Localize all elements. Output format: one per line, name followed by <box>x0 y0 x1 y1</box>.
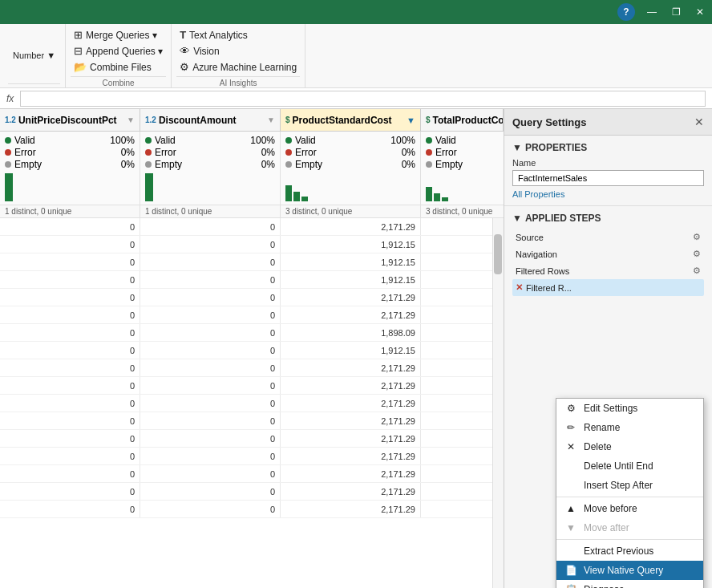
cell-col3: 2,171.29 <box>281 430 421 447</box>
col4-name: TotalProductCost <box>433 115 504 126</box>
cell-col1: 0 <box>0 430 140 447</box>
col1-sort-icon[interactable]: ▼ <box>127 116 135 124</box>
close-button[interactable]: ✕ <box>688 0 712 24</box>
vertical-scrollbar[interactable] <box>492 218 504 588</box>
cell-col2: 0 <box>140 218 281 235</box>
formula-bar: fx <box>0 88 712 109</box>
col3-filter-icon[interactable]: ▼ <box>407 116 415 125</box>
step-navigation[interactable]: Navigation ⚙ <box>512 245 704 262</box>
combine-files-button[interactable]: 📂 Combine Files <box>71 59 166 75</box>
col1-type-icon: 1.2 <box>5 116 16 124</box>
applied-steps-collapse-icon[interactable]: ▼ <box>512 213 522 224</box>
formula-fx: fx <box>6 93 14 104</box>
ctx-separator-2 <box>556 539 703 540</box>
delete-until-end-label: Delete Until End <box>584 460 653 472</box>
ctx-insert-step-after[interactable]: Insert Step After <box>556 476 703 495</box>
table-row: 0 0 1,912.15 <box>0 271 504 289</box>
cell-col1: 0 <box>0 271 140 288</box>
cell-col2: 0 <box>140 412 281 429</box>
number-button[interactable]: Number ▼ <box>8 48 60 63</box>
cell-col1: 0 <box>0 218 140 235</box>
ctx-rename[interactable]: ✏ Rename <box>556 418 703 437</box>
applied-steps-header: ▼ APPLIED STEPS <box>512 213 704 224</box>
cell-col4 <box>421 412 504 429</box>
col-header-3[interactable]: $ ProductStandardCost ▼ <box>281 109 421 131</box>
step-navigation-gear-icon[interactable]: ⚙ <box>693 249 701 259</box>
query-settings-header: Query Settings ✕ <box>504 109 712 136</box>
step-filtered-rows-2[interactable]: ✕ Filtered R... <box>512 279 704 296</box>
cell-col1: 0 <box>0 253 140 270</box>
all-properties-link[interactable]: All Properties <box>512 189 704 199</box>
formula-input[interactable] <box>20 91 706 107</box>
col2-stats: Valid 100% Error 0% Empty 0% <box>140 132 281 205</box>
column-headers: 1.2 UnitPriceDiscountPct ▼ 1.2 DiscountA… <box>0 109 504 132</box>
cell-col1: 0 <box>0 501 140 517</box>
cell-col3: 2,171.29 <box>281 395 421 412</box>
col1-error-pct: 0% <box>121 147 135 158</box>
cell-col4 <box>421 430 504 447</box>
azure-ml-button[interactable]: ⚙ Azure Machine Learning <box>176 59 300 75</box>
table-row: 0 0 2,171.29 <box>0 465 504 483</box>
cell-col3: 2,171.29 <box>281 359 421 376</box>
cell-col3: 1,898.09 <box>281 324 421 341</box>
cell-col4 <box>421 306 504 323</box>
properties-name-input[interactable] <box>512 170 704 186</box>
cell-col2: 0 <box>140 324 281 341</box>
ctx-extract-previous[interactable]: Extract Previous <box>556 541 703 561</box>
step-filtered-rows-gear-icon[interactable]: ⚙ <box>693 266 701 276</box>
cell-col3: 1,912.15 <box>281 271 421 288</box>
col3-error-label: Error <box>295 147 317 158</box>
ctx-move-after: ▼ Move after <box>556 518 703 537</box>
table-row: 0 0 2,171.29 <box>0 483 504 501</box>
col2-sort-icon[interactable]: ▼ <box>267 116 275 124</box>
ctx-edit-settings[interactable]: ⚙ Edit Settings <box>556 399 703 418</box>
edit-settings-icon: ⚙ <box>564 403 577 414</box>
ctx-delete[interactable]: ✕ Delete <box>556 437 703 456</box>
col2-empty-pct: 0% <box>261 159 275 170</box>
col3-empty-pct: 0% <box>402 159 415 170</box>
help-button[interactable]: ? <box>617 3 635 21</box>
col-header-1[interactable]: 1.2 UnitPriceDiscountPct ▼ <box>0 109 140 131</box>
cell-col4 <box>421 324 504 341</box>
query-settings-close-icon[interactable]: ✕ <box>694 116 704 128</box>
vision-button[interactable]: 👁 Vision <box>176 43 300 59</box>
properties-label: PROPERTIES <box>525 142 587 153</box>
move-before-icon: ▲ <box>564 503 577 514</box>
text-analytics-button[interactable]: T Text Analytics <box>176 27 300 43</box>
scroll-thumb[interactable] <box>494 234 502 274</box>
table-row: 0 0 2,171.29 <box>0 377 504 395</box>
properties-header: ▼ PROPERTIES <box>512 142 704 153</box>
maximize-button[interactable]: ❐ <box>664 0 688 24</box>
ctx-move-before[interactable]: ▲ Move before <box>556 499 703 518</box>
cell-col1: 0 <box>0 395 140 412</box>
ctx-delete-until-end[interactable]: Delete Until End <box>556 456 703 476</box>
step-source[interactable]: Source ⚙ <box>512 229 704 245</box>
table-row: 0 0 2,171.29 <box>0 430 504 448</box>
cell-col1: 0 <box>0 324 140 341</box>
cell-col1: 0 <box>0 359 140 376</box>
cell-col4 <box>421 342 504 359</box>
cell-col1: 0 <box>0 465 140 482</box>
col1-valid-pct: 100% <box>110 135 135 146</box>
step-filtered-rows[interactable]: Filtered Rows ⚙ <box>512 262 704 279</box>
table-row: 0 0 2,171.29 <box>0 395 504 412</box>
minimize-button[interactable]: — <box>640 0 664 24</box>
insert-step-after-label: Insert Step After <box>584 480 653 491</box>
col-header-4[interactable]: $ TotalProductCost <box>421 109 504 131</box>
step-source-gear-icon[interactable]: ⚙ <box>693 232 701 242</box>
properties-collapse-icon[interactable]: ▼ <box>512 142 522 153</box>
combine-files-label: Combine Files <box>90 62 152 73</box>
merge-queries-label: Merge Queries ▾ <box>86 30 157 41</box>
cell-col1: 0 <box>0 483 140 500</box>
step-x-icon[interactable]: ✕ <box>516 282 523 293</box>
ctx-diagnose[interactable]: 📋 Diagnose <box>556 580 703 588</box>
ctx-view-native-query[interactable]: 📄 View Native Query <box>556 561 703 580</box>
cell-col3: 1,912.15 <box>281 253 421 270</box>
ribbon-group-combine: ⊞ Merge Queries ▾ ⊟ Append Queries ▾ 📂 C… <box>66 24 172 87</box>
properties-name-label: Name <box>512 158 704 168</box>
append-queries-button[interactable]: ⊟ Append Queries ▾ <box>71 43 166 59</box>
merge-queries-button[interactable]: ⊞ Merge Queries ▾ <box>71 27 166 43</box>
col-header-2[interactable]: 1.2 DiscountAmount ▼ <box>140 109 281 131</box>
table-row: 0 0 2,171.29 <box>0 218 504 236</box>
table-row: 0 0 2,171.29 <box>0 501 504 518</box>
